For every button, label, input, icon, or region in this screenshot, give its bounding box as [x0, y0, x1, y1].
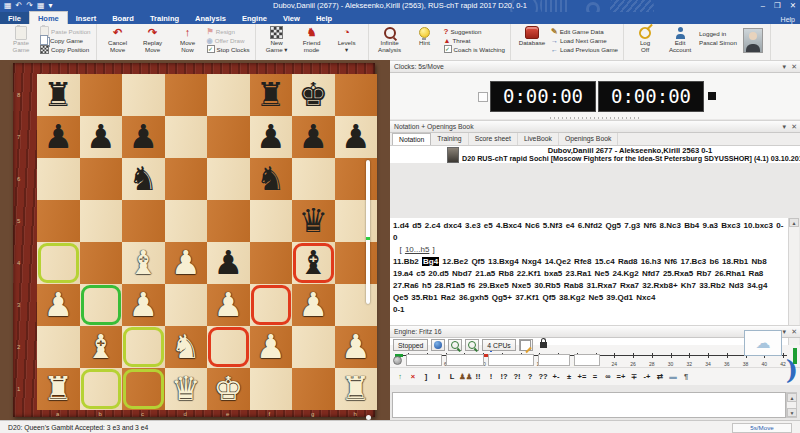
notation-tab-score-sheet[interactable]: Score sheet	[469, 133, 518, 145]
engine-field-5[interactable]	[574, 354, 600, 366]
scroll-up-icon[interactable]: ▲	[789, 218, 799, 227]
engine-globe-button[interactable]	[431, 339, 445, 351]
piece-black-rook-a8[interactable]: ♜	[37, 74, 80, 116]
square-b6[interactable]	[80, 158, 123, 200]
restore-button[interactable]: ❐	[774, 1, 781, 10]
notation-tab-livebook[interactable]: LiveBook	[518, 133, 559, 145]
moves-after-current[interactable]: 12.Be2 Qf5 13.Bxg4 Nxg4 14.Qe2 Rfe8 15.c…	[393, 257, 767, 302]
notation-tab-notation[interactable]: Notation	[392, 133, 431, 145]
square-e2[interactable]	[207, 326, 250, 368]
cpu-count-button[interactable]: 4 CPUs	[482, 339, 515, 351]
clock-panel-close-icon[interactable]: ✕	[791, 61, 797, 72]
square-e8[interactable]	[207, 74, 250, 116]
square-g2[interactable]	[292, 326, 335, 368]
engine-output-box[interactable]	[392, 392, 786, 418]
piece-white-pawn-a3[interactable]: ♟	[37, 284, 80, 326]
load-next-game-button[interactable]: →Load Next Game	[551, 36, 618, 44]
threat-button[interactable]: ▲Threat	[444, 36, 505, 44]
engine-search-button[interactable]	[465, 339, 479, 351]
cancel-move-button[interactable]: ↶Cancel Move	[102, 25, 134, 54]
notation-panel-close-icon[interactable]: ✕	[791, 121, 797, 132]
moves-before-current[interactable]: 11.Bb2	[393, 257, 422, 266]
square-f3[interactable]	[250, 284, 293, 326]
square-h8[interactable]	[335, 74, 378, 116]
piece-black-bishop-g4[interactable]: ♝	[292, 242, 335, 284]
square-f1[interactable]	[250, 368, 293, 410]
piece-white-pawn-d4[interactable]: ♟	[165, 242, 208, 284]
square-d7[interactable]	[165, 116, 208, 158]
square-b4[interactable]	[80, 242, 123, 284]
edit-game-data-button[interactable]: ✎Edit Game Data	[551, 27, 618, 35]
square-c5[interactable]	[122, 200, 165, 242]
square-c3[interactable]: ♟	[122, 284, 165, 326]
square-d3[interactable]	[165, 284, 208, 326]
square-f7[interactable]: ♟	[250, 116, 293, 158]
piece-black-pawn-c7[interactable]: ♟	[122, 116, 165, 158]
square-f8[interactable]: ♜	[250, 74, 293, 116]
log-off-button[interactable]: Log Off	[629, 25, 661, 54]
piece-black-knight-c6[interactable]: ♞	[122, 158, 165, 200]
engine-field-2[interactable]	[446, 354, 484, 366]
piece-white-pawn-e3[interactable]: ♟	[207, 284, 250, 326]
square-b5[interactable]	[80, 200, 123, 242]
hint-button[interactable]: Hint	[409, 25, 441, 47]
piece-white-bishop-b2[interactable]: ♝	[80, 326, 123, 368]
square-b1[interactable]	[80, 368, 123, 410]
piece-black-pawn-g7[interactable]: ♟	[292, 116, 335, 158]
square-f6[interactable]: ♞	[250, 158, 293, 200]
new-game-button[interactable]: New Game ▾	[261, 25, 293, 54]
current-move[interactable]: Bg4	[422, 257, 439, 266]
square-a5[interactable]	[37, 200, 80, 242]
square-a8[interactable]: ♜	[37, 74, 80, 116]
square-h3[interactable]	[335, 284, 378, 326]
square-h4[interactable]	[335, 242, 378, 284]
square-e7[interactable]	[207, 116, 250, 158]
lock-icon[interactable]	[540, 342, 547, 348]
square-b2[interactable]: ♝	[80, 326, 123, 368]
tab-analysis[interactable]: Analysis	[187, 12, 234, 24]
suggestion-button[interactable]: ?Suggestion	[444, 27, 505, 35]
replay-move-button[interactable]: ↷Replay Move	[137, 25, 169, 54]
square-b7[interactable]: ♟	[80, 116, 123, 158]
tab-training[interactable]: Training	[142, 12, 187, 24]
piece-black-rook-f8[interactable]: ♜	[250, 74, 293, 116]
tab-engine[interactable]: Engine	[234, 12, 275, 24]
square-b8[interactable]	[80, 74, 123, 116]
copy-position-button[interactable]: Copy Position	[40, 45, 91, 53]
piece-black-pawn-f7[interactable]: ♟	[250, 116, 293, 158]
square-e3[interactable]: ♟	[207, 284, 250, 326]
notation-pad-button[interactable]	[519, 339, 533, 351]
square-d1[interactable]: ♛	[165, 368, 208, 410]
piece-white-bishop-c4[interactable]: ♝	[122, 242, 165, 284]
square-a1[interactable]: ♜	[37, 368, 80, 410]
engine-cloud-button[interactable]: ☁	[744, 330, 782, 356]
notation-tab-training[interactable]: Training	[431, 133, 468, 145]
square-f4[interactable]	[250, 242, 293, 284]
load-previous-game-button[interactable]: ←Load Previous Game	[551, 45, 618, 53]
square-g4[interactable]: ♝	[292, 242, 335, 284]
notation-panel-minimize-icon[interactable]: ▾	[783, 121, 787, 132]
square-h7[interactable]: ♟	[335, 116, 378, 158]
friend-mode-button[interactable]: ♞Friend mode	[296, 25, 328, 54]
square-c8[interactable]	[122, 74, 165, 116]
scroll-up-icon[interactable]: ▲	[787, 393, 797, 402]
square-g8[interactable]: ♚	[292, 74, 335, 116]
help-link[interactable]: Help	[781, 16, 795, 23]
square-g3[interactable]: ♟	[292, 284, 335, 326]
engine-panel-minimize-icon[interactable]: ▾	[783, 326, 787, 337]
piece-white-pawn-c3[interactable]: ♟	[122, 284, 165, 326]
square-g6[interactable]	[292, 158, 335, 200]
database-button[interactable]: Database	[516, 25, 548, 47]
square-g7[interactable]: ♟	[292, 116, 335, 158]
square-d6[interactable]	[165, 158, 208, 200]
square-c6[interactable]: ♞	[122, 158, 165, 200]
engine-field-3[interactable]	[488, 354, 534, 366]
square-c2[interactable]	[122, 326, 165, 368]
notation-tab-openings-book[interactable]: Openings Book	[559, 133, 618, 145]
piece-black-queen-g5[interactable]: ♛	[292, 200, 335, 242]
engine-field-4[interactable]	[538, 354, 570, 366]
tab-file[interactable]: File	[0, 12, 29, 24]
coach-is-watching-button[interactable]: ✓Coach is Watching	[444, 45, 505, 53]
square-g1[interactable]	[292, 368, 335, 410]
square-h5[interactable]	[335, 200, 378, 242]
